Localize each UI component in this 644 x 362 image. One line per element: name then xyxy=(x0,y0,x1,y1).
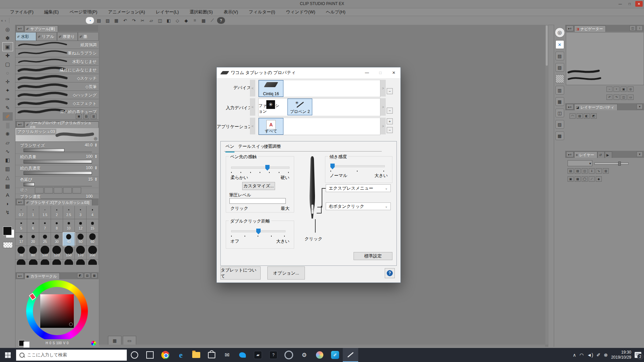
tool-icon[interactable]: ◗ xyxy=(3,199,13,208)
tool-icon[interactable]: ▱ xyxy=(3,138,13,147)
pen-feel-thumb[interactable] xyxy=(265,165,270,171)
horizontal-scrollbar[interactable] xyxy=(99,345,545,347)
tab-calibration[interactable]: 位置調整 xyxy=(264,143,281,152)
brush-size-cell[interactable] xyxy=(51,259,63,265)
material-panel-icon[interactable]: ▨ xyxy=(555,120,564,129)
brush-size-2.5[interactable]: 2.5 xyxy=(63,206,75,219)
brush-size-cell[interactable] xyxy=(87,259,98,265)
dock-collapse-icon[interactable]: « xyxy=(0,19,4,22)
cortana-button[interactable] xyxy=(127,348,142,362)
taskbar-app-paint-app[interactable] xyxy=(312,348,327,362)
brush-size-200[interactable]: 200 xyxy=(87,246,98,259)
menu-item[interactable]: アニメーション(A) xyxy=(103,8,150,16)
taskbar-app-dark-app[interactable]: ▰ xyxy=(250,348,266,362)
tool-icon[interactable]: ▦ xyxy=(3,182,13,190)
transfer-icon[interactable]: ⇘ xyxy=(596,168,602,174)
dialog-minimize-button[interactable]: — xyxy=(360,67,374,78)
tool-icon[interactable]: ◌ xyxy=(3,69,13,77)
property-slider-2[interactable]: 絵の具濃度100▲▼ xyxy=(15,165,99,177)
customize-button[interactable]: カスタマイズ... xyxy=(242,182,275,190)
pen-feel-slider[interactable] xyxy=(231,167,289,169)
subtool-tab[interactable]: ✐サブツール[筆] xyxy=(24,25,58,32)
layer-color-icon[interactable]: ◧ xyxy=(584,113,590,119)
command-icon[interactable]: ◫ xyxy=(156,17,164,24)
panel-option-icon[interactable]: ▾ xyxy=(637,104,643,109)
brush-size-100[interactable]: 100 xyxy=(39,246,51,259)
brush-size-tab[interactable]: ✐ブラシサイズ[アクリルガッシュ03] xyxy=(24,199,92,205)
panel-menu-icon[interactable]: ▸≡ xyxy=(566,25,574,31)
tool-icon[interactable]: A xyxy=(3,191,13,199)
subtool-category-tab[interactable]: ✐墨 xyxy=(78,32,99,41)
brush-size-80[interactable]: 80 xyxy=(27,246,39,259)
input-remove-button[interactable]: − xyxy=(387,108,393,114)
menu-item[interactable]: レイヤー(L) xyxy=(150,8,184,16)
property-slider-0[interactable]: ブラシサイズ40.0▲▼ xyxy=(15,142,99,154)
menu-item[interactable]: 表示(V) xyxy=(218,8,243,16)
command-icon[interactable]: ? xyxy=(217,17,225,24)
delete-layer-icon[interactable]: ▥ xyxy=(603,168,609,174)
brush-size-6[interactable]: 6 xyxy=(27,219,39,233)
taskbar-app-help-app[interactable]: ? xyxy=(266,348,281,362)
transparent-color-swatch[interactable] xyxy=(3,242,13,248)
vertical-scrollbar[interactable] xyxy=(545,25,548,345)
navigator-thumbnail[interactable] xyxy=(566,32,644,85)
device-scroll-left[interactable]: < xyxy=(250,80,255,97)
merge-down-icon[interactable]: ⇓ xyxy=(589,168,595,174)
history-tab[interactable]: ↺ xyxy=(597,152,605,158)
rotate-left-icon[interactable]: ↶ xyxy=(606,95,612,100)
panel-menu-icon[interactable]: ▸≡ xyxy=(16,273,24,279)
brush-size-17[interactable]: 17 xyxy=(15,233,27,246)
dialog-titlebar[interactable]: ワコム タブレットの プロパティ — □ ✕ xyxy=(217,67,400,78)
delete-trash-icon[interactable]: ▥ xyxy=(91,114,97,119)
rotate-right-icon[interactable]: ↷ xyxy=(613,95,620,100)
flip-horizontal-icon[interactable]: ◫ xyxy=(621,95,627,100)
tool-icon[interactable]: ✛ xyxy=(3,77,13,86)
command-icon[interactable]: ◆ xyxy=(182,17,190,24)
tool-icon[interactable]: ░ xyxy=(3,121,13,129)
dialog-help-button[interactable]: ? xyxy=(385,268,395,278)
dock-prev-icon[interactable]: ‹ xyxy=(4,19,7,22)
brush-size-120[interactable]: 120 xyxy=(51,246,63,259)
tool-icon[interactable]: ▥ xyxy=(3,165,13,173)
expression-color-icon[interactable]: ◩ xyxy=(591,113,597,119)
menu-item[interactable]: ヘルプ(H) xyxy=(321,8,351,16)
brush-size-cell[interactable] xyxy=(15,259,27,265)
tool-icon[interactable]: ✐ xyxy=(3,112,13,121)
taskbar-app-twitter[interactable] xyxy=(235,348,250,362)
brush-size-0.7[interactable]: 0.7 xyxy=(15,206,27,219)
dialog-close-button[interactable]: ✕ xyxy=(387,67,400,78)
rgb-picker-icon[interactable] xyxy=(91,341,96,346)
set-reference-icon[interactable]: ◆ xyxy=(596,176,602,182)
brush-size-5[interactable]: 5 xyxy=(15,219,27,233)
brush-list-item[interactable]: ◇荒筆 xyxy=(15,82,99,91)
material-panel-icon[interactable]: ▧ xyxy=(555,63,564,72)
subview-icon[interactable]: ◫ xyxy=(630,25,636,31)
tool-icon[interactable]: ▣ xyxy=(3,43,13,51)
about-tablet-button[interactable]: タブレットについて xyxy=(220,266,261,280)
tray-chevron-icon[interactable]: ∧ xyxy=(573,352,576,358)
zoom-in-icon[interactable]: + xyxy=(613,86,620,92)
command-icon[interactable]: ↶ xyxy=(121,17,129,24)
sv-selector[interactable] xyxy=(69,322,73,326)
brush-size-30[interactable]: 30 xyxy=(51,233,63,246)
app-scroll-left[interactable]: < xyxy=(250,118,255,134)
command-icon[interactable]: ◧ xyxy=(165,17,173,24)
taskbar-app-settings[interactable]: ⚙ xyxy=(297,348,312,362)
magnifier-icon[interactable]: ◎ xyxy=(94,136,97,141)
menu-item[interactable]: フィルター(I) xyxy=(244,8,281,16)
panel-menu-icon[interactable]: ▸≡ xyxy=(16,199,24,205)
panel-option-icon[interactable]: ▾ xyxy=(637,152,643,157)
canvas-fit-button[interactable]: ▦ xyxy=(108,336,121,345)
new-folder-icon[interactable]: ▧ xyxy=(575,168,581,174)
brush-size-60[interactable]: 60 xyxy=(87,233,98,246)
clip-layer-icon[interactable]: ◫ xyxy=(582,168,588,174)
brush-size-20[interactable]: 20 xyxy=(27,233,39,246)
brush-size-7[interactable]: 7 xyxy=(39,219,51,233)
color-circle-tab[interactable]: ◉カラーサークル xyxy=(24,273,60,279)
tool-icon[interactable]: ✽ xyxy=(3,34,13,42)
command-icon[interactable]: ▦ xyxy=(112,17,120,24)
panel-menu-icon[interactable]: ▸≡ xyxy=(566,104,574,110)
start-button[interactable] xyxy=(0,348,15,362)
brush-list-item[interactable]: ◇ハッチング xyxy=(15,91,99,99)
input-device-tile[interactable]: ✳ファンクション xyxy=(259,99,283,115)
